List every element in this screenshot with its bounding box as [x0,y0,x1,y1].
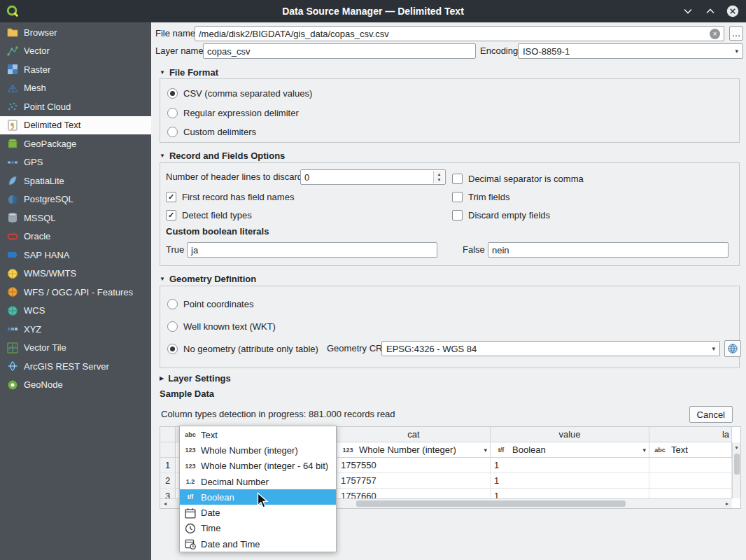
radio-regex-delimiter[interactable]: Regular expression delimiter [167,105,299,120]
radio-csv[interactable]: CSV (comma separated values) [167,85,312,101]
radio-wkt[interactable]: Well known text (WKT) [167,318,276,334]
detection-status-text: Column types detection in progress: 881.… [161,406,395,423]
sidebar-item-arcgis[interactable]: ArcGIS REST Server [0,357,151,376]
window-controls [682,0,739,22]
sidebar-item-geopackage[interactable]: GeoPackage [0,134,151,153]
layer-settings-section-header[interactable]: ▶ Layer Settings [160,372,231,384]
scroll-down-icon[interactable]: ▾ [735,444,738,452]
satellite-icon [7,157,18,168]
table-header-label[interactable]: la [649,427,732,442]
menu-item-text[interactable]: abcText [180,427,336,442]
sidebar-item-delimited-text[interactable]: Delimited Text [0,116,151,135]
sidebar-item-spatialite[interactable]: SpatiaLite [0,172,151,190]
row-number: 1 [160,458,176,473]
table-header-value[interactable]: value [491,427,649,442]
sidebar-item-browser[interactable]: Browser [0,23,151,42]
sidebar-item-wcs[interactable]: WCS [0,302,151,321]
encoding-combobox[interactable]: ISO-8859-1 ▾ [518,43,743,59]
checkbox-checked-icon: ✓ [166,210,176,220]
sidebar-item-vector-tile[interactable]: Vector Tile [0,339,151,358]
radio-selected-icon [167,88,178,99]
maximize-chevron-up-icon[interactable] [704,5,717,18]
oracle-icon [7,231,18,242]
horizontal-scrollbar-thumb[interactable] [356,500,626,507]
radio-icon [167,108,178,118]
radio-icon [167,127,178,137]
radio-point-coordinates[interactable]: Point coordinates [167,296,253,312]
layer-name-input[interactable]: copas_csv [203,43,476,59]
clock-icon [183,523,198,534]
point-cloud-icon [7,101,18,112]
checkbox-trim-fields[interactable]: Trim fields [452,189,509,204]
row-header-cell [160,442,176,458]
globe-yellow-icon [7,268,18,279]
radio-no-geometry[interactable]: No geometry (attribute only table) [167,341,318,356]
menu-item-date-and-time[interactable]: Date and Time [180,536,336,552]
globe-teal-icon [7,305,18,316]
header-lines-spinbox[interactable]: 0 ▴▾ [300,169,446,185]
clear-text-icon[interactable]: × [710,29,720,39]
cancel-button[interactable]: Cancel [689,406,733,423]
file-name-input[interactable]: /media/disk2/BIGDATA/gis_data/copas_csv.… [195,26,724,41]
type-selector-label[interactable]: abcText [649,442,732,458]
expand-arrow-icon: ▶ [160,375,164,382]
sidebar-item-wms[interactable]: WMS/WMTS [0,265,151,284]
checkbox-decimal-separator[interactable]: Decimal separator is comma [452,171,584,186]
menu-item-whole-number-64[interactable]: 123Whole Number (integer - 64 bit) [180,458,336,474]
type-selector-cat[interactable]: 123Whole Number (integer)▾ [337,442,491,458]
calendar-clock-icon [183,538,198,550]
file-format-section-header[interactable]: ▼ File Format [160,66,218,78]
menu-item-time[interactable]: Time [180,521,336,536]
table-vertical-scrollbar[interactable]: ▾ [732,442,740,498]
sidebar-item-sap-hana[interactable]: SAP HANA [0,246,151,265]
titlebar[interactable]: Data Source Manager — Delimited Text [0,0,746,22]
integer-type-icon: 123 [340,447,356,454]
sidebar-item-wfs[interactable]: WFS / OGC API - Features [0,283,151,302]
checkbox-detect-types[interactable]: ✓Detect field types [166,207,252,223]
sidebar-item-mssql[interactable]: MSSQL [0,209,151,227]
sidebar-item-point-cloud[interactable]: Point Cloud [0,97,151,116]
true-literal-input[interactable]: ja [187,242,437,258]
table-cell-value: 1 [491,473,649,489]
checkbox-first-record[interactable]: ✓First record has field names [166,189,294,204]
vertical-scrollbar-thumb[interactable] [734,454,740,475]
sidebar-item-postgresql[interactable]: PostgreSQL [0,190,151,209]
row-number: 2 [160,473,176,489]
geonode-icon [7,379,18,391]
browse-button[interactable]: … [729,26,743,41]
sidebar-item-mesh[interactable]: Mesh [0,79,151,98]
sidebar-item-oracle[interactable]: Oracle [0,227,151,246]
false-literal-input[interactable]: nein [488,242,729,258]
table-header-cat[interactable]: cat [337,427,491,442]
boolean-type-icon: t/f [493,447,509,454]
scroll-right-icon[interactable]: ▸ [722,500,732,508]
file-name-row: File name /media/disk2/BIGDATA/gis_data/… [151,26,746,41]
sidebar-item-gps[interactable]: GPS [0,153,151,172]
radio-icon [167,299,178,309]
globe-orange-icon [7,286,18,298]
package-icon [7,138,18,149]
integer-type-icon: 123 [183,447,198,454]
globe-crs-icon [727,343,738,354]
menu-item-decimal-number[interactable]: 1.2Decimal Number [180,474,336,489]
sidebar-item-raster[interactable]: Raster [0,60,151,79]
menu-item-whole-number[interactable]: 123Whole Number (integer) [180,442,336,458]
sidebar-item-xyz[interactable]: XYZ [0,320,151,339]
crs-picker-button[interactable] [724,340,741,357]
geometry-section-header[interactable]: ▼ Geometry Definition [160,272,256,285]
scroll-left-icon[interactable]: ◂ [160,500,170,508]
spin-up-icon: ▴ [438,172,441,177]
spinner-buttons[interactable]: ▴▾ [433,171,444,183]
tiles-icon [7,323,18,335]
shade-chevron-down-icon[interactable] [682,5,694,18]
geometry-crs-combobox[interactable]: EPSG:4326 - WGS 84 ▾ [381,341,720,356]
close-icon[interactable] [726,5,739,18]
sidebar-item-geonode[interactable]: GeoNode [0,376,151,395]
type-selector-value[interactable]: t/fBoolean▾ [491,442,649,458]
sidebar-item-vector[interactable]: Vector [0,42,151,61]
checkbox-discard-empty[interactable]: Discard empty fields [452,207,550,223]
collapse-arrow-icon: ▼ [160,69,165,76]
record-fields-section-header[interactable]: ▼ Record and Fields Options [160,149,285,162]
radio-custom-delimiters[interactable]: Custom delimiters [167,124,256,139]
layer-name-row: Layer name copas_csv Encoding ISO-8859-1… [151,43,746,59]
